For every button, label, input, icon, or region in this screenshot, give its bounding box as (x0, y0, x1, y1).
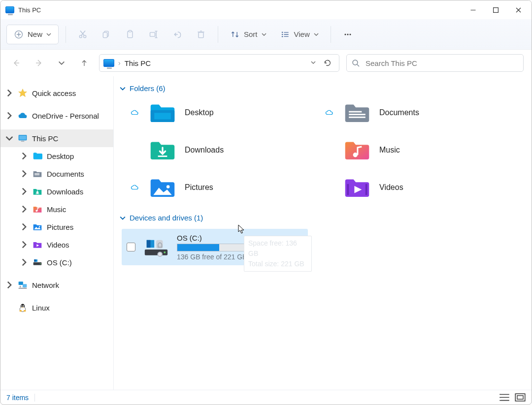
expand-icon[interactable] (5, 112, 13, 120)
sidebar-item-linux[interactable]: Linux (0, 299, 113, 316)
minimize-button[interactable] (462, 2, 484, 18)
svg-point-75 (164, 251, 166, 253)
svg-point-70 (166, 185, 170, 188)
cloud-status-icon (324, 109, 335, 116)
folder-videos[interactable]: Videos (324, 173, 519, 202)
expand-icon[interactable] (20, 152, 28, 160)
new-button[interactable]: New (6, 25, 59, 44)
pc-icon (5, 6, 14, 13)
checkbox[interactable] (127, 243, 135, 251)
folder-music[interactable]: Music (324, 136, 519, 164)
expand-icon[interactable] (20, 170, 28, 178)
expand-icon[interactable] (5, 281, 13, 289)
search-input[interactable] (365, 59, 518, 68)
cut-button[interactable] (73, 25, 93, 44)
svg-rect-12 (103, 32, 107, 37)
folder-downloads[interactable]: Downloads (130, 136, 324, 164)
svg-rect-49 (34, 259, 35, 262)
svg-point-26 (281, 35, 283, 37)
history-button[interactable] (54, 55, 69, 71)
address-dropdown[interactable] (310, 59, 316, 67)
sidebar-item-music[interactable]: Music (0, 200, 113, 218)
svg-rect-39 (34, 173, 39, 174)
sidebar-item-label: Desktop (47, 152, 74, 160)
view-button[interactable]: View (275, 25, 324, 44)
new-label: New (28, 30, 42, 38)
sidebar-item-os-drive[interactable]: OS (C:) (0, 253, 113, 271)
sidebar-item-label: Documents (47, 170, 84, 178)
sidebar-item-pictures[interactable]: Pictures (0, 218, 113, 236)
rename-button[interactable] (144, 25, 164, 44)
group-header-folders[interactable]: Folders (6) (118, 82, 528, 95)
expand-icon[interactable] (20, 187, 28, 195)
svg-rect-19 (199, 32, 203, 37)
cloud-icon (17, 111, 28, 121)
group-header-drives[interactable]: Devices and drives (1) (118, 212, 528, 225)
svg-point-33 (353, 60, 358, 65)
sort-button[interactable]: Sort (225, 25, 271, 44)
sidebar-item-this-pc[interactable]: This PC (0, 129, 113, 147)
folder-name: Videos (379, 183, 403, 192)
expand-icon[interactable] (20, 205, 28, 213)
sidebar-item-quick-access[interactable]: Quick access (0, 84, 113, 102)
sidebar-item-downloads[interactable]: Downloads (0, 183, 113, 200)
toolbar: New Sort View (0, 19, 532, 50)
chevron-down-icon (46, 32, 51, 37)
maximize-button[interactable] (484, 2, 507, 18)
folder-icon (148, 176, 177, 199)
overflow-button[interactable] (338, 25, 358, 44)
sidebar-item-onedrive[interactable]: OneDrive - Personal (0, 107, 113, 125)
svg-rect-1 (493, 7, 498, 12)
trash-icon (196, 30, 206, 39)
copy-button[interactable] (97, 25, 116, 44)
paste-button[interactable] (120, 25, 140, 44)
chevron-down-icon (120, 215, 126, 221)
share-button[interactable] (167, 25, 187, 44)
expand-icon[interactable] (20, 223, 28, 231)
collapse-icon[interactable] (5, 134, 13, 142)
tooltip-line: Total size: 221 GB (248, 259, 307, 269)
view-details-button[interactable] (499, 393, 510, 402)
expand-icon[interactable] (5, 89, 13, 97)
sidebar-item-documents[interactable]: Documents (0, 165, 113, 183)
status-bar: 7 items (0, 390, 532, 405)
group-header-label: Devices and drives (1) (130, 214, 203, 222)
folder-name: Music (379, 146, 400, 155)
back-button[interactable] (8, 55, 24, 71)
folder-desktop[interactable]: Desktop (130, 98, 324, 127)
view-label: View (294, 30, 310, 38)
forward-button[interactable] (31, 55, 47, 71)
folder-pictures[interactable]: Pictures (130, 173, 324, 202)
search-icon (352, 59, 360, 67)
delete-button[interactable] (191, 25, 211, 44)
clipboard-icon (125, 30, 135, 39)
svg-point-28 (344, 33, 346, 35)
refresh-button[interactable] (320, 59, 335, 67)
svg-point-58 (23, 305, 24, 307)
sidebar-item-videos[interactable]: Videos (0, 236, 113, 253)
svg-point-24 (281, 33, 283, 35)
sidebar-item-network[interactable]: Network (0, 276, 113, 294)
star-icon (17, 88, 28, 98)
search-box[interactable] (346, 54, 524, 72)
chevron-down-icon (262, 32, 266, 37)
cloud-status-icon (130, 184, 140, 191)
expand-icon[interactable] (20, 241, 28, 249)
svg-rect-40 (34, 175, 39, 175)
address-row: › This PC (0, 50, 532, 76)
breadcrumb-location[interactable]: This PC (125, 59, 151, 67)
view-tiles-button[interactable] (515, 393, 526, 402)
close-button[interactable] (507, 2, 530, 18)
up-button[interactable] (76, 55, 92, 71)
address-bar[interactable]: › This PC (99, 54, 339, 72)
folder-documents[interactable]: Documents (324, 98, 519, 127)
titlebar: This PC (0, 0, 532, 19)
sidebar-item-label: OneDrive - Personal (32, 112, 99, 120)
svg-line-34 (357, 64, 359, 66)
group-header-label: Folders (6) (130, 84, 166, 93)
expand-icon[interactable] (20, 258, 28, 266)
sidebar-item-desktop[interactable]: Desktop (0, 147, 113, 165)
svg-rect-15 (150, 32, 155, 36)
sidebar-item-label: Pictures (47, 223, 73, 231)
breadcrumb-separator: › (118, 59, 121, 67)
